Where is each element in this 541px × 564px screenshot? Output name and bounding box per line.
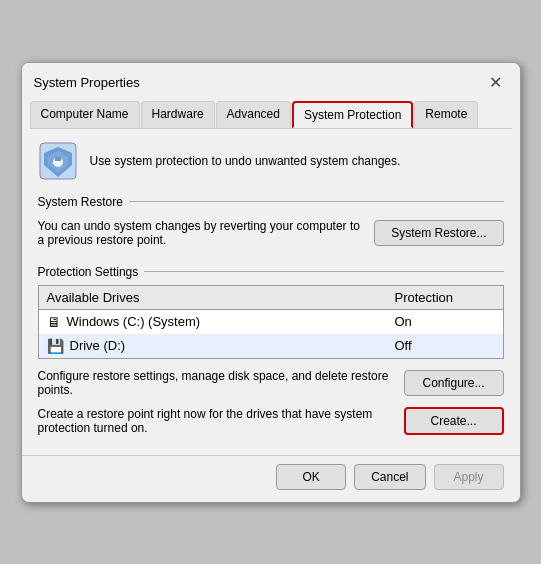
col-protection-header: Protection [395,290,495,305]
apply-button[interactable]: Apply [434,464,504,490]
table-row[interactable]: 💾 Drive (D:) Off [39,334,503,358]
header-description: Use system protection to undo unwanted s… [90,154,401,168]
windows-drive-icon: 🖥 [47,314,61,330]
cancel-button[interactable]: Cancel [354,464,425,490]
tab-computer-name[interactable]: Computer Name [30,101,140,128]
create-button[interactable]: Create... [404,407,504,435]
tab-content: Use system protection to undo unwanted s… [22,129,520,447]
title-bar: System Properties ✕ [22,63,520,95]
system-properties-window: System Properties ✕ Computer Name Hardwa… [21,62,521,503]
create-description: Create a restore point right now for the… [38,407,394,435]
header-section: Use system protection to undo unwanted s… [38,141,504,181]
tab-remote[interactable]: Remote [414,101,478,128]
drive-windows: Windows (C:) (System) [67,314,395,329]
tab-system-protection[interactable]: System Protection [292,101,413,128]
d-drive-icon: 💾 [47,338,64,354]
protection-table: Available Drives Protection 🖥 Windows (C… [38,285,504,359]
protection-d: Off [395,338,495,353]
window-title: System Properties [34,75,140,90]
title-bar-left: System Properties [34,75,140,90]
configure-description: Configure restore settings, manage disk … [38,369,394,397]
protection-settings-divider: Protection Settings [38,265,504,279]
drive-d: Drive (D:) [70,338,395,353]
configure-button[interactable]: Configure... [404,370,504,396]
system-restore-title: System Restore [38,195,123,209]
tab-hardware[interactable]: Hardware [141,101,215,128]
tab-bar: Computer Name Hardware Advanced System P… [22,95,520,128]
restore-row: You can undo system changes by reverting… [38,215,504,251]
restore-description: You can undo system changes by reverting… [38,219,365,247]
shield-icon [38,141,78,181]
bottom-buttons: OK Cancel Apply [22,455,520,502]
ok-button[interactable]: OK [276,464,346,490]
close-button[interactable]: ✕ [484,71,508,95]
system-restore-button[interactable]: System Restore... [374,220,503,246]
create-row: Create a restore point right now for the… [38,407,504,435]
col-drive-header: Available Drives [47,290,395,305]
table-header: Available Drives Protection [39,286,503,310]
protection-settings-title: Protection Settings [38,265,139,279]
protection-windows: On [395,314,495,329]
divider-line-2 [144,271,503,272]
system-restore-divider: System Restore [38,195,504,209]
configure-row: Configure restore settings, manage disk … [38,369,504,397]
table-row[interactable]: 🖥 Windows (C:) (System) On [39,310,503,334]
svg-rect-4 [55,157,61,161]
divider-line [129,201,504,202]
tab-advanced[interactable]: Advanced [216,101,291,128]
